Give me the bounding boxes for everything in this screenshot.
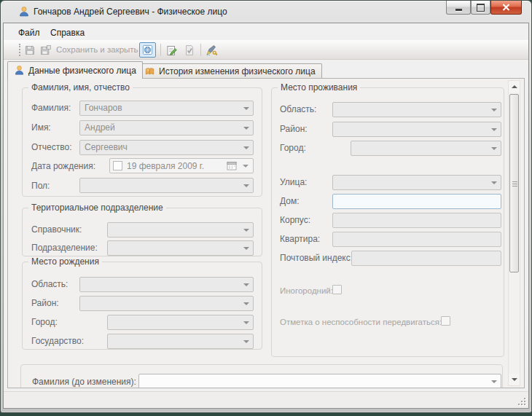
signature-key-icon <box>206 44 218 57</box>
title-bar[interactable]: Гончаров Андрей Сергеевич - Физическое л… <box>1 1 531 23</box>
client-area: Файл Справка Сохранить и <box>3 23 529 409</box>
chevron-down-icon <box>243 107 249 110</box>
scroll-up-button[interactable] <box>509 81 520 93</box>
birth-district-combo[interactable] <box>79 296 254 311</box>
street-label: Улица: <box>280 177 307 187</box>
apartment-input[interactable] <box>332 232 501 247</box>
tab-change-history[interactable]: История изменения физического лица <box>138 63 322 79</box>
person-icon <box>18 6 30 17</box>
scroll-down-button[interactable] <box>509 374 520 385</box>
house-label: Дом: <box>280 196 300 206</box>
tab-person-data[interactable]: Данные физического лица <box>7 61 143 79</box>
birth-district-label: Район: <box>31 298 59 308</box>
res-region-label: Область: <box>280 104 316 114</box>
chevron-down-icon <box>243 247 249 250</box>
birth-country-label: Государство: <box>31 336 84 346</box>
group-birthplace: Место рождения Область: Район: Город: Го… <box>22 262 262 350</box>
tab-person-data-label: Данные физического лица <box>28 66 136 76</box>
app-window: Гончаров Андрей Сергеевич - Физическое л… <box>0 0 532 413</box>
res-city-combo[interactable] <box>351 141 501 156</box>
postcode-input[interactable] <box>351 251 501 266</box>
chevron-down-icon <box>243 229 249 232</box>
house-input[interactable] <box>332 194 501 209</box>
prev-surname-label: Фамилия (до изменения): <box>32 377 136 387</box>
menu-file[interactable]: Файл <box>14 26 44 39</box>
res-region-combo[interactable] <box>332 102 501 117</box>
group-territory-title: Териториальное подразделение <box>28 203 166 213</box>
res-district-label: Район: <box>280 124 308 134</box>
person-data-panel: Фамилия, имя, отчество Фамилия: Гончаров… <box>7 78 525 388</box>
save-button[interactable] <box>23 44 36 57</box>
minimize-button[interactable] <box>446 1 471 15</box>
calendar-icon <box>227 161 237 170</box>
save-and-close-button[interactable]: Сохранить и закрыть <box>56 45 138 54</box>
group-prev-surname: Фамилия (до изменения): <box>20 364 503 388</box>
res-district-combo[interactable] <box>332 122 501 137</box>
group-residence-title: Место проживания <box>278 82 360 93</box>
check-document-icon <box>184 44 195 56</box>
check-document-button[interactable] <box>183 44 196 57</box>
birth-country-combo[interactable] <box>107 334 254 349</box>
patronymic-label: Отчество: <box>31 142 72 152</box>
directory-combo[interactable] <box>107 222 254 238</box>
building-input[interactable] <box>332 213 501 228</box>
prev-surname-combo[interactable] <box>138 374 501 388</box>
menu-help[interactable]: Справка <box>46 26 89 39</box>
chevron-down-icon <box>243 184 249 187</box>
group-fio: Фамилия, имя, отчество Фамилия: Гончаров… <box>22 87 262 197</box>
chevron-down-icon <box>243 302 249 305</box>
maximize-icon <box>477 4 485 12</box>
chevron-down-icon[interactable] <box>243 165 249 168</box>
scrollbar-grip <box>512 181 517 182</box>
status-bar <box>4 391 528 408</box>
save-all-button[interactable] <box>39 44 52 57</box>
signature-button[interactable] <box>205 44 218 57</box>
window-title: Гончаров Андрей Сергеевич - Физическое л… <box>34 7 227 17</box>
edit-pencil-icon <box>165 44 178 57</box>
toolbar: Сохранить и закрыть <box>4 40 528 60</box>
surname-label: Фамилия: <box>31 103 71 113</box>
gender-label: Пол: <box>31 181 50 191</box>
chevron-down-icon <box>243 127 249 130</box>
apartment-label: Квартира: <box>280 234 320 244</box>
surname-combo[interactable]: Гончаров <box>79 101 254 116</box>
chevron-down-icon <box>243 283 249 286</box>
save-all-icon <box>40 44 52 56</box>
group-residence: Место проживания Область: Район: Город: … <box>271 87 504 357</box>
building-label: Корпус: <box>280 215 310 225</box>
resize-grip[interactable] <box>517 396 525 405</box>
immobility-checkbox[interactable] <box>441 316 450 326</box>
birth-city-combo[interactable] <box>107 315 254 330</box>
nonresident-checkbox[interactable] <box>332 285 342 294</box>
gender-combo[interactable] <box>79 178 254 193</box>
close-button[interactable] <box>490 1 522 15</box>
menu-bar: Файл Справка <box>4 23 528 40</box>
chevron-down-icon <box>491 147 497 150</box>
firstname-combo[interactable]: Андрей <box>79 120 254 136</box>
birthdate-checkbox[interactable] <box>113 161 122 170</box>
chevron-down-icon <box>491 380 497 383</box>
vertical-scrollbar[interactable] <box>508 80 520 386</box>
toolbar-separator <box>160 44 161 56</box>
division-combo[interactable] <box>107 240 254 256</box>
chevron-down-icon <box>243 321 249 324</box>
grid-window-button[interactable] <box>139 42 156 58</box>
birthdate-value: 19 февраля 2009 г. <box>127 161 222 171</box>
res-city-label: Город: <box>280 143 306 153</box>
toolbar-separator <box>200 44 201 56</box>
birth-region-combo[interactable] <box>79 277 254 292</box>
patronymic-combo[interactable]: Сергеевич <box>79 140 254 155</box>
tab-change-history-label: История изменения физического лица <box>159 66 316 76</box>
edit-button[interactable] <box>165 44 178 57</box>
toolbar-grip[interactable] <box>19 44 20 56</box>
birthdate-label: Дата рождения: <box>31 161 95 171</box>
group-territory: Териториальное подразделение Справочник:… <box>22 208 262 256</box>
postcode-label: Почтовый индекс: <box>280 253 353 263</box>
street-combo[interactable] <box>332 175 501 190</box>
minimize-icon <box>455 9 462 11</box>
scrollbar-thumb[interactable] <box>509 94 519 272</box>
maximize-button[interactable] <box>471 1 490 15</box>
birthdate-picker[interactable]: 19 февраля 2009 г. <box>109 158 254 173</box>
grid-window-icon <box>142 44 153 55</box>
nonresident-label: Иногородний: <box>280 286 333 295</box>
